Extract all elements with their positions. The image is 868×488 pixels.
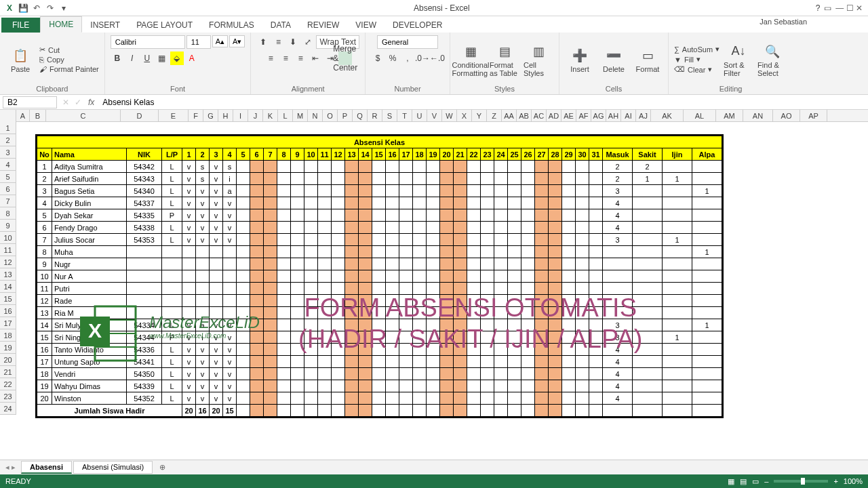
fill-button[interactable]: ▼ Fill ▾ bbox=[674, 55, 719, 64]
col-header-U[interactable]: U bbox=[412, 110, 427, 121]
table-row[interactable]: 15Sri Ningsih54344Pvivv31 bbox=[37, 331, 722, 344]
row-header-7[interactable]: 7 bbox=[0, 195, 16, 207]
autosum-button[interactable]: ∑ AutoSum ▾ bbox=[674, 45, 719, 54]
col-header-AF[interactable]: AF bbox=[576, 110, 591, 121]
col-header-J[interactable]: J bbox=[248, 110, 263, 121]
tab-home[interactable]: HOME bbox=[40, 16, 82, 33]
save-icon[interactable]: 💾 bbox=[18, 3, 28, 14]
col-header-AA[interactable]: AA bbox=[502, 110, 517, 121]
tab-insert[interactable]: INSERT bbox=[82, 18, 128, 33]
col-header-R[interactable]: R bbox=[368, 110, 382, 121]
row-header-3[interactable]: 3 bbox=[0, 146, 16, 159]
row-header-14[interactable]: 14 bbox=[0, 281, 16, 293]
format-as-table-button[interactable]: ▤Format as Table bbox=[490, 42, 519, 77]
delete-cells-button[interactable]: ➖Delete bbox=[599, 46, 629, 73]
comma-button[interactable]: , bbox=[401, 52, 414, 65]
col-header-AE[interactable]: AE bbox=[561, 110, 576, 121]
row-header-17[interactable]: 17 bbox=[0, 317, 16, 329]
align-bottom-button[interactable]: ⬇ bbox=[286, 35, 300, 49]
zoom-in-icon[interactable]: + bbox=[833, 477, 837, 485]
col-header-AN[interactable]: AN bbox=[743, 110, 773, 121]
cancel-formula-icon[interactable]: ✕ bbox=[60, 98, 72, 107]
col-header-L[interactable]: L bbox=[278, 110, 293, 121]
row-header-12[interactable]: 12 bbox=[0, 256, 16, 268]
increase-font-button[interactable]: A▴ bbox=[212, 35, 228, 47]
col-header-Y[interactable]: Y bbox=[472, 110, 487, 121]
col-header-AP[interactable]: AP bbox=[800, 110, 827, 121]
col-header-Z[interactable]: Z bbox=[487, 110, 502, 121]
row-header-20[interactable]: 20 bbox=[0, 354, 16, 366]
col-header-AM[interactable]: AM bbox=[716, 110, 743, 121]
select-all-corner[interactable] bbox=[0, 110, 16, 122]
col-header-N[interactable]: N bbox=[308, 110, 323, 121]
merge-center-button[interactable]: Merge & Center bbox=[338, 52, 352, 65]
row-header-8[interactable]: 8 bbox=[0, 207, 16, 220]
table-row[interactable]: 11Putri bbox=[37, 283, 722, 295]
cell-styles-button[interactable]: ▥Cell Styles bbox=[524, 42, 553, 77]
maximize-icon[interactable]: ☐ bbox=[846, 3, 854, 13]
view-layout-icon[interactable]: ▤ bbox=[740, 477, 747, 486]
table-row[interactable]: 16Tanto Widianto54336Lvvvv4 bbox=[37, 344, 722, 356]
col-header-AJ[interactable]: AJ bbox=[636, 110, 651, 121]
row-header-18[interactable]: 18 bbox=[0, 329, 16, 342]
table-row[interactable]: 3Bagus Setia54340Lvvva31 bbox=[37, 185, 722, 197]
col-header-M[interactable]: M bbox=[293, 110, 308, 121]
help-icon[interactable]: ? bbox=[816, 3, 821, 13]
font-name-select[interactable]: Calibri bbox=[111, 35, 185, 49]
decrease-decimal-button[interactable]: ←.0 bbox=[431, 52, 444, 65]
sheet-nav-icon[interactable]: ◂ ▸ bbox=[0, 463, 21, 472]
percent-button[interactable]: % bbox=[386, 52, 399, 65]
increase-decimal-button[interactable]: .0→ bbox=[416, 52, 429, 65]
table-row[interactable]: 8Muha1 bbox=[37, 246, 722, 258]
table-row[interactable]: 17Untung Sapto54341Lvvvv4 bbox=[37, 356, 722, 368]
tab-review[interactable]: REVIEW bbox=[299, 18, 347, 33]
row-header-5[interactable]: 5 bbox=[0, 171, 16, 183]
col-header-AC[interactable]: AC bbox=[532, 110, 547, 121]
col-header-AI[interactable]: AI bbox=[621, 110, 636, 121]
align-middle-button[interactable]: ≡ bbox=[271, 35, 285, 49]
format-painter-button[interactable]: 🖌Format Painter bbox=[39, 65, 99, 73]
table-row[interactable]: 14Sri Mulyadi54334Lvavv31 bbox=[37, 319, 722, 331]
data-table[interactable]: Absensi KelasNoNamaNIKL/P123456789101112… bbox=[35, 134, 724, 418]
new-sheet-button[interactable]: ⊕ bbox=[154, 463, 171, 472]
undo-icon[interactable]: ↶ bbox=[31, 3, 42, 14]
col-header-Q[interactable]: Q bbox=[353, 110, 368, 121]
table-row[interactable]: 19Wahyu Dimas54339Lvvvv4 bbox=[37, 380, 722, 392]
italic-button[interactable]: I bbox=[125, 52, 139, 65]
formula-input[interactable]: Absensi Kelas bbox=[98, 98, 868, 107]
align-left-button[interactable]: ≡ bbox=[264, 52, 277, 65]
conditional-formatting-button[interactable]: ▦Conditional Formatting bbox=[456, 42, 486, 77]
table-row[interactable]: 13Ria M bbox=[37, 307, 722, 319]
col-header-S[interactable]: S bbox=[382, 110, 397, 121]
row-header-6[interactable]: 6 bbox=[0, 183, 16, 195]
table-row[interactable]: 9Nugr bbox=[37, 258, 722, 270]
align-center-button[interactable]: ≡ bbox=[279, 52, 292, 65]
find-select-button[interactable]: 🔍Find & Select bbox=[757, 42, 787, 77]
view-pagebreak-icon[interactable]: ▭ bbox=[752, 477, 759, 486]
col-header-E[interactable]: E bbox=[159, 110, 189, 121]
row-header-21[interactable]: 21 bbox=[0, 366, 16, 378]
row-headers[interactable]: 123456789101112131415161718192021222324 bbox=[0, 122, 16, 415]
col-header-B[interactable]: B bbox=[30, 110, 46, 121]
insert-cells-button[interactable]: ➕Insert bbox=[565, 46, 595, 73]
table-row[interactable]: 6Fendy Drago54338Lvvvv4 bbox=[37, 222, 722, 234]
table-row[interactable]: 1Aditya Sumitra54342Lvsvs22 bbox=[37, 161, 722, 173]
zoom-slider[interactable] bbox=[774, 480, 828, 483]
border-button[interactable]: ▦ bbox=[155, 52, 169, 65]
col-header-V[interactable]: V bbox=[427, 110, 442, 121]
name-box[interactable]: B2 bbox=[3, 96, 57, 108]
currency-button[interactable]: $ bbox=[371, 52, 384, 65]
sheet-tab-1[interactable]: Absensi (Simulasi) bbox=[73, 461, 153, 474]
col-header-AH[interactable]: AH bbox=[606, 110, 621, 121]
underline-button[interactable]: U bbox=[140, 52, 154, 65]
qat-more-icon[interactable]: ▾ bbox=[58, 3, 69, 14]
cut-button[interactable]: ✂Cut bbox=[39, 45, 99, 54]
row-header-24[interactable]: 24 bbox=[0, 403, 16, 415]
enter-formula-icon[interactable]: ✓ bbox=[72, 98, 84, 107]
table-row[interactable]: 10Nur A bbox=[37, 270, 722, 283]
col-header-AK[interactable]: AK bbox=[651, 110, 684, 121]
orientation-button[interactable]: ⤢ bbox=[301, 35, 315, 49]
paste-button[interactable]: 📋Paste bbox=[5, 46, 35, 73]
tab-data[interactable]: DATA bbox=[262, 18, 299, 33]
table-row[interactable]: 18Vendri54350Lvvvv4 bbox=[37, 368, 722, 380]
